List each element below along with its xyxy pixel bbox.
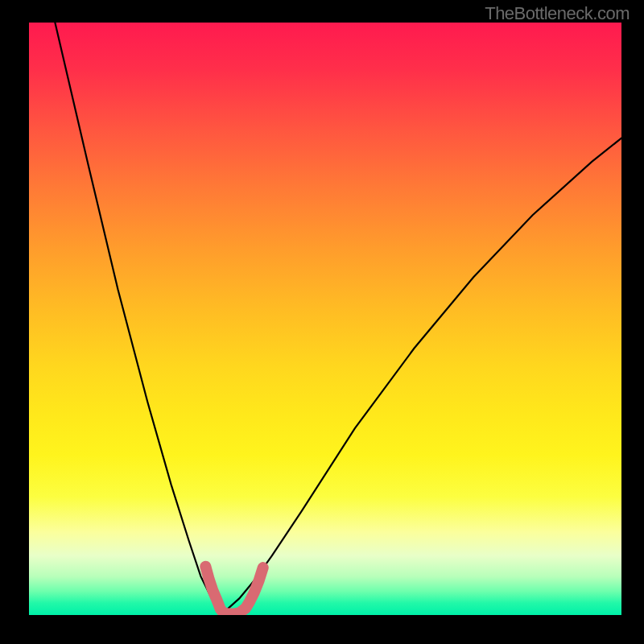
chart-line-curve: [55, 23, 621, 612]
chart-svg: [29, 23, 621, 615]
chart-highlight-segment: [205, 567, 262, 614]
watermark-text: TheBottleneck.com: [485, 3, 630, 24]
chart-plot-area: [29, 23, 621, 615]
